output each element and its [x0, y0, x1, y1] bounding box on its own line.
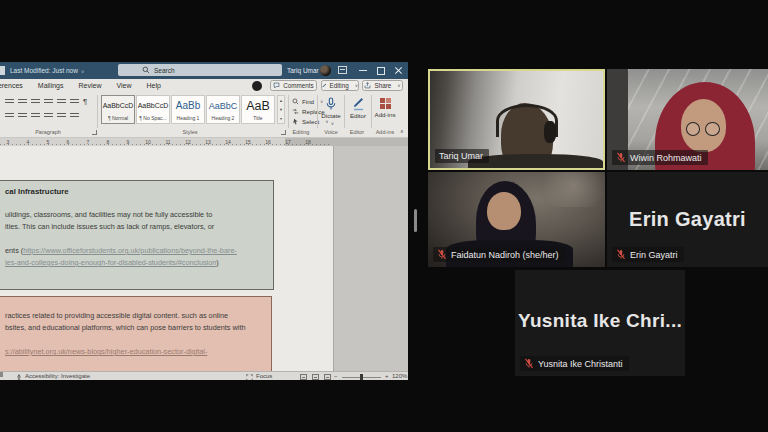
zoom-out-button[interactable]	[334, 372, 338, 380]
multilevel-list-icon[interactable]	[30, 96, 41, 107]
addins-button[interactable]: Add-ins	[372, 95, 398, 118]
comments-button[interactable]: Comments	[270, 80, 317, 91]
hyperlink[interactable]: https://www.officeforstudents.org.uk/pub…	[23, 246, 237, 255]
participant-name-label: Tariq Umar	[435, 149, 489, 163]
styles-gallery-scroll[interactable]: ▲▼▾	[277, 95, 285, 124]
paragraph-group	[4, 96, 94, 123]
participant-name-label: Erin Gayatri	[612, 247, 684, 262]
video-tile-wiwin[interactable]: Wiwin Rohmawati	[607, 69, 768, 170]
box1-line3: ents (https://www.officeforstudents.org.…	[5, 245, 237, 257]
align-right-icon[interactable]	[30, 110, 41, 121]
autosave-icon	[0, 66, 5, 75]
tab-mailings[interactable]: Mailings	[38, 82, 64, 89]
video-tile-tariq[interactable]: Tariq Umar	[428, 69, 605, 170]
mic-muted-icon	[616, 152, 626, 163]
focus-icon	[246, 374, 253, 381]
decrease-indent-icon[interactable]	[43, 96, 54, 107]
focus-button[interactable]: Focus	[256, 372, 272, 380]
gallery-scrollbar[interactable]	[414, 209, 417, 232]
account-avatar[interactable]	[320, 65, 331, 76]
participant-display-name: Erin Gayatri	[607, 208, 768, 231]
paragraph-dialog-launcher[interactable]	[92, 130, 97, 135]
shared-screen-word-window: Last Modified: Just now Search Tariq Uma…	[0, 62, 408, 380]
style-normal[interactable]: AaBbCcD ¶ Normal	[101, 95, 135, 124]
replace-icon	[292, 108, 299, 115]
mic-muted-icon	[616, 249, 626, 260]
status-cut-icon	[0, 372, 3, 377]
mic-muted-icon	[524, 358, 534, 369]
style-no-spacing[interactable]: AaBbCcD ¶ No Spac...	[136, 95, 170, 124]
bullets-icon[interactable]	[4, 96, 15, 107]
align-left-icon[interactable]	[4, 110, 15, 121]
align-center-icon[interactable]	[17, 110, 28, 121]
glasses	[686, 122, 700, 136]
video-tile-yusnita[interactable]: Yusnita Ike Chri... Yusnita Ike Christan…	[515, 270, 685, 376]
web-layout-icon[interactable]	[324, 374, 331, 380]
status-bar: Accessibility: Investigate Focus 120%	[0, 371, 408, 380]
ruler[interactable]: 3456789101112131415161718	[0, 138, 408, 146]
search-input[interactable]: Search	[118, 64, 282, 76]
box2-line1: ractices related to providing accessible…	[5, 310, 228, 322]
account-name[interactable]: Tariq Umar	[287, 62, 319, 79]
hyperlink[interactable]: ies-and-colleges-doing-enough-for-disabl…	[5, 258, 216, 267]
hyperlink[interactable]: s://abilitynet.org.uk/news-blogs/higher-…	[5, 347, 207, 356]
numbering-icon[interactable]	[17, 96, 28, 107]
tab-help[interactable]: Help	[146, 82, 160, 89]
editor-group-label: Editor	[350, 129, 364, 135]
ribbon-tabs-row: References Mailings Review View Help Com…	[0, 79, 408, 93]
voice-group-label: Voice	[324, 129, 337, 135]
style-heading2[interactable]: AaBbC Heading 2	[206, 95, 240, 124]
find-icon	[292, 98, 299, 105]
box1-heading: cal Infrastructure	[5, 186, 69, 198]
editing-group-label: Editing	[293, 129, 310, 135]
comment-bubble-icon	[273, 82, 280, 89]
print-layout-icon[interactable]	[312, 374, 319, 380]
shading-icon[interactable]	[56, 110, 67, 121]
share-button[interactable]: Share	[362, 80, 403, 91]
accessibility-icon	[16, 374, 22, 381]
ribbon-options-icon[interactable]	[338, 66, 347, 74]
styles-group-label: Styles	[183, 129, 198, 135]
close-button[interactable]	[394, 66, 406, 75]
tab-review[interactable]: Review	[78, 82, 101, 89]
sort-icon[interactable]	[69, 96, 80, 107]
video-tile-erin[interactable]: Erin Gayatri Erin Gayatri	[607, 172, 768, 267]
search-icon	[142, 66, 150, 74]
editing-mode-button[interactable]: Editing	[321, 80, 359, 91]
addins-icon	[380, 98, 391, 109]
style-title[interactable]: AaB Title	[241, 95, 275, 124]
participant-display-name: Yusnita Ike Chri...	[515, 310, 685, 332]
style-heading1[interactable]: AaBb Heading 1	[171, 95, 205, 124]
zoom-slider-thumb[interactable]	[360, 374, 363, 381]
document-page[interactable]: cal Infrastructure uildings, classrooms,…	[0, 146, 333, 371]
zoom-level[interactable]: 120%	[392, 372, 407, 380]
restore-button[interactable]	[376, 66, 388, 75]
video-tile-faidatun[interactable]: Faidatun Nadiroh (she/her)	[428, 172, 605, 267]
ribbon-group-labels: Paragraph Styles Editing Voice Editor Ad…	[0, 128, 408, 138]
select-icon	[292, 118, 299, 125]
callout-box-digital-content: ractices related to providing accessible…	[0, 296, 272, 371]
participant-name-label: Yusnita Ike Christanti	[520, 356, 629, 371]
styles-dialog-launcher[interactable]	[281, 130, 286, 135]
search-placeholder: Search	[154, 67, 175, 74]
box2-line2: bsites, and educational platforms, which…	[5, 322, 246, 334]
line-spacing-icon[interactable]	[43, 110, 54, 121]
show-paragraph-marks-icon[interactable]	[82, 96, 93, 107]
microphone-icon	[325, 97, 337, 111]
accessibility-status[interactable]: Accessibility: Investigate	[25, 372, 90, 380]
box1-line2: ities. This can include issues such as l…	[5, 221, 214, 233]
read-mode-icon[interactable]	[300, 374, 307, 380]
ribbon: AaBbCcD ¶ Normal AaBbCcD ¶ No Spac... Aa…	[0, 93, 408, 128]
tab-references[interactable]: References	[0, 82, 23, 89]
word-titlebar: Last Modified: Just now Search Tariq Uma…	[0, 62, 408, 79]
dictate-button[interactable]: Dictate	[318, 95, 344, 126]
borders-icon[interactable]	[69, 110, 80, 121]
tab-view[interactable]: View	[116, 82, 131, 89]
minimize-button[interactable]	[358, 66, 370, 75]
box2-link-line: s://abilitynet.org.uk/news-blogs/higher-…	[5, 346, 207, 358]
zoom-in-button[interactable]	[385, 372, 389, 380]
editor-button[interactable]: Editor	[345, 95, 371, 119]
increase-indent-icon[interactable]	[56, 96, 67, 107]
box1-line1: uildings, classrooms, and facilities may…	[5, 209, 212, 221]
last-modified-status[interactable]: Last Modified: Just now	[10, 62, 84, 79]
